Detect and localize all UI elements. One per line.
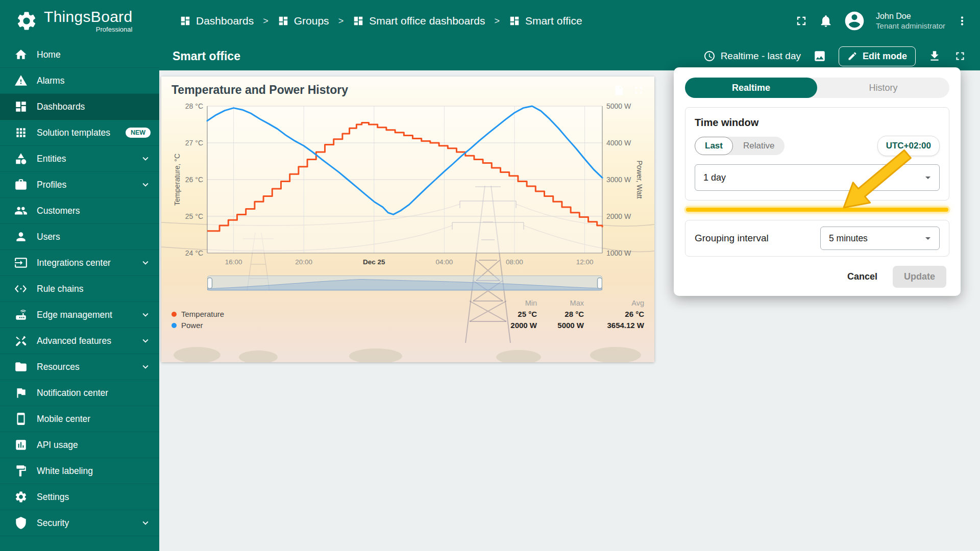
brand-name: ThingsBoard [44, 9, 132, 25]
dashboard-icon [180, 15, 191, 27]
fullscreen-button[interactable] [794, 14, 808, 28]
brand-subtitle: Professional [96, 26, 133, 33]
y-axis-left-tick-label: 28 °C [185, 102, 203, 110]
y-axis-left-tick-label: 26 °C [185, 176, 203, 184]
interval-value: 1 day [703, 172, 726, 183]
sidebar-item-label: White labeling [37, 466, 93, 477]
legend-series-power[interactable]: Power [172, 321, 490, 330]
sidebar-item-advanced-features[interactable]: Advanced features [0, 328, 159, 354]
sidebar-item-integrations-center[interactable]: Integrations center [0, 250, 159, 276]
bell-icon [819, 14, 833, 28]
rulechain-icon [14, 282, 28, 295]
brand-logo[interactable]: ThingsBoard Professional [0, 9, 159, 33]
notifications-button[interactable] [819, 14, 833, 28]
relative-toggle[interactable]: Relative [733, 137, 785, 155]
breadcrumb-item-groups[interactable]: Groups [278, 15, 329, 27]
sidebar-item-profiles[interactable]: Profiles [0, 172, 159, 198]
time-range-slider[interactable] [207, 276, 602, 293]
sidebar-item-label: Customers [37, 206, 80, 216]
fullscreen-icon [953, 49, 967, 63]
sidebar-item-notification-center[interactable]: Notification center [0, 380, 159, 406]
user-name: John Doe [876, 11, 945, 21]
y-axis-right-tick-label: 4000 W [606, 139, 631, 147]
y-axis-right-tick-label: 1000 W [606, 249, 631, 257]
x-axis-tick-label: 16:00 [225, 258, 242, 266]
legend-value: 3654.12 W [584, 321, 644, 330]
widget-title: Temperature and Power History [172, 83, 348, 97]
legend-series-temperature[interactable]: Temperature [172, 310, 490, 318]
legend-value: 25 °C [490, 310, 537, 318]
warning-icon [14, 74, 28, 87]
grouping-interval-select[interactable]: 5 minutes [820, 227, 940, 250]
sidebar-item-rule-chains[interactable]: Rule chains [0, 276, 159, 302]
chart: 16:0020:00Dec 2504:0008:0012:0028 °C27 °… [172, 100, 644, 271]
dashboard-toolbar-actions: Realtime - last day Edit mode [703, 46, 967, 66]
timewindow-label: Realtime - last day [721, 51, 801, 62]
sidebar-item-alarms[interactable]: Alarms [0, 68, 159, 94]
sidebar-item-label: Mobile center [37, 414, 90, 424]
fullscreen-icon [633, 85, 644, 96]
timewindow-button[interactable]: Realtime - last day [703, 50, 801, 62]
top-header: ThingsBoard Professional Dashboards>Grou… [0, 0, 980, 42]
sidebar-item-solution-templates[interactable]: Solution templatesNEW [0, 120, 159, 146]
dashboard-title: Smart office [173, 49, 240, 63]
interval-select[interactable]: 1 day [695, 164, 940, 191]
chevron-down-icon [140, 179, 151, 190]
slider-handle-right[interactable] [598, 278, 602, 289]
sidebar-item-customers[interactable]: Customers [0, 198, 159, 224]
last-toggle[interactable]: Last [695, 137, 733, 155]
chevron-down-icon [922, 232, 934, 244]
sidebar-item-label: Solution templates [37, 128, 110, 138]
download-icon [928, 49, 941, 63]
cancel-button[interactable]: Cancel [847, 271, 877, 282]
apiusage-icon [14, 438, 28, 452]
breadcrumb-item-dashboards[interactable]: Dashboards [180, 15, 254, 27]
widget-actions [614, 85, 644, 96]
breadcrumb-label: Groups [294, 15, 329, 27]
sidebar-item-mobile-center[interactable]: Mobile center [0, 406, 159, 432]
edge-icon [14, 308, 28, 321]
breadcrumb-item-smart-office-dashboards[interactable]: Smart office dashboards [353, 15, 485, 27]
timezone-button[interactable]: UTC+02:00 [877, 136, 940, 156]
sidebar-item-settings[interactable]: Settings [0, 484, 159, 510]
y-axis-right-tick-label: 5000 W [606, 102, 631, 110]
legend-value: 2000 W [490, 321, 537, 330]
update-button[interactable]: Update [893, 266, 946, 288]
sidebar-item-resources[interactable]: Resources [0, 354, 159, 380]
shield-icon [14, 516, 28, 530]
dashboard-icon [509, 15, 520, 27]
sidebar-item-label: Entities [37, 154, 66, 164]
sidebar-item-white-labeling[interactable]: White labeling [0, 458, 159, 484]
sidebar-item-home[interactable]: Home [0, 42, 159, 68]
timewindow-footer: Cancel Update [685, 257, 949, 297]
download-dashboard-button[interactable] [928, 49, 941, 63]
breadcrumb-item-smart-office[interactable]: Smart office [509, 15, 582, 27]
dashboard-icon [353, 15, 364, 27]
topbar-actions: John Doe Tenant administrator [794, 10, 980, 32]
sidebar-item-security[interactable]: Security [0, 510, 159, 536]
expand-widget-button[interactable] [633, 85, 644, 96]
background-image-button[interactable] [813, 49, 826, 63]
sidebar-item-label: Integrations center [37, 258, 111, 268]
avatar[interactable] [843, 10, 866, 32]
sidebar-item-entities[interactable]: Entities [0, 146, 159, 172]
export-widget-button[interactable] [614, 85, 625, 96]
time-window-title: Time window [695, 117, 940, 129]
entities-icon [14, 152, 28, 165]
timewindow-panel: Realtime History Time window Last Relati… [674, 67, 961, 296]
tab-realtime[interactable]: Realtime [685, 78, 817, 98]
sidebar-item-edge-management[interactable]: Edge management [0, 302, 159, 328]
sidebar-item-api-usage[interactable]: API usage [0, 432, 159, 458]
sidebar-item-label: Edge management [37, 310, 112, 320]
expand-dashboard-button[interactable] [953, 49, 967, 63]
dashboard-toolbar: Smart office Realtime - last day Edit mo… [159, 42, 980, 70]
sidebar-item-users[interactable]: Users [0, 224, 159, 250]
tab-history[interactable]: History [817, 78, 949, 98]
sidebar-item-dashboards[interactable]: Dashboards [0, 94, 159, 120]
edit-mode-button[interactable]: Edit mode [839, 46, 916, 66]
more-menu-button[interactable] [955, 14, 969, 28]
sidebar-item-label: Security [37, 518, 69, 529]
slider-handle-left[interactable] [208, 278, 212, 289]
paint-icon [14, 464, 28, 478]
legend-header-max: Max [537, 299, 584, 307]
